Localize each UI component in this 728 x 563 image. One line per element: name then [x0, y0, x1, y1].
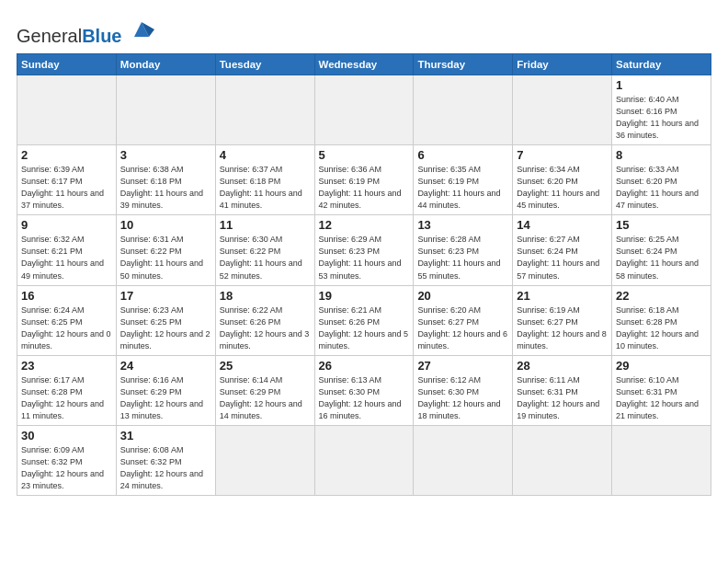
calendar-cell: 4Sunrise: 6:37 AM Sunset: 6:18 PM Daylig…	[215, 145, 314, 215]
calendar-header-row: SundayMondayTuesdayWednesdayThursdayFrid…	[17, 54, 711, 75]
day-number: 1	[616, 78, 707, 92]
day-info: Sunrise: 6:34 AM Sunset: 6:20 PM Dayligh…	[517, 164, 608, 212]
day-info: Sunrise: 6:09 AM Sunset: 6:32 PM Dayligh…	[21, 444, 112, 492]
day-number: 15	[616, 218, 707, 232]
day-info: Sunrise: 6:11 AM Sunset: 6:31 PM Dayligh…	[517, 374, 608, 422]
day-header-wednesday: Wednesday	[314, 54, 414, 75]
day-info: Sunrise: 6:29 AM Sunset: 6:23 PM Dayligh…	[319, 234, 410, 282]
day-number: 22	[616, 289, 707, 303]
day-info: Sunrise: 6:17 AM Sunset: 6:28 PM Dayligh…	[21, 374, 112, 422]
day-info: Sunrise: 6:25 AM Sunset: 6:24 PM Dayligh…	[616, 234, 707, 282]
calendar-cell	[215, 425, 314, 495]
calendar-cell: 30Sunrise: 6:09 AM Sunset: 6:32 PM Dayli…	[17, 425, 117, 495]
day-info: Sunrise: 6:10 AM Sunset: 6:31 PM Dayligh…	[616, 374, 707, 422]
calendar-cell: 10Sunrise: 6:31 AM Sunset: 6:22 PM Dayli…	[116, 215, 215, 285]
day-number: 27	[417, 359, 508, 373]
day-number: 18	[220, 289, 311, 303]
day-info: Sunrise: 6:35 AM Sunset: 6:19 PM Dayligh…	[417, 164, 508, 212]
day-number: 4	[220, 148, 311, 162]
day-number: 13	[417, 218, 508, 232]
day-info: Sunrise: 6:39 AM Sunset: 6:17 PM Dayligh…	[21, 164, 112, 212]
day-info: Sunrise: 6:37 AM Sunset: 6:18 PM Dayligh…	[220, 164, 311, 212]
calendar-cell: 12Sunrise: 6:29 AM Sunset: 6:23 PM Dayli…	[314, 215, 414, 285]
day-info: Sunrise: 6:18 AM Sunset: 6:28 PM Dayligh…	[616, 304, 707, 352]
day-info: Sunrise: 6:08 AM Sunset: 6:32 PM Dayligh…	[120, 444, 211, 492]
logo-text: GeneralBlue	[17, 26, 127, 46]
day-info: Sunrise: 6:20 AM Sunset: 6:27 PM Dayligh…	[417, 304, 508, 352]
calendar-cell	[314, 75, 414, 145]
day-number: 30	[21, 429, 112, 442]
day-info: Sunrise: 6:22 AM Sunset: 6:26 PM Dayligh…	[220, 304, 311, 352]
logo: GeneralBlue	[17, 17, 154, 46]
calendar-cell	[116, 75, 215, 145]
calendar-cell: 18Sunrise: 6:22 AM Sunset: 6:26 PM Dayli…	[215, 285, 314, 355]
calendar-cell: 1Sunrise: 6:40 AM Sunset: 6:16 PM Daylig…	[612, 75, 711, 145]
calendar-cell: 11Sunrise: 6:30 AM Sunset: 6:22 PM Dayli…	[215, 215, 314, 285]
day-number: 12	[319, 218, 410, 232]
day-header-sunday: Sunday	[17, 54, 117, 75]
day-number: 16	[21, 289, 112, 303]
calendar-cell	[414, 425, 513, 495]
logo-icon	[129, 17, 154, 42]
calendar-cell	[314, 425, 414, 495]
day-number: 14	[517, 218, 608, 232]
day-info: Sunrise: 6:19 AM Sunset: 6:27 PM Dayligh…	[517, 304, 608, 352]
day-number: 11	[220, 218, 311, 232]
day-info: Sunrise: 6:16 AM Sunset: 6:29 PM Dayligh…	[120, 374, 211, 422]
day-number: 20	[417, 289, 508, 303]
day-header-tuesday: Tuesday	[215, 54, 314, 75]
calendar-cell: 25Sunrise: 6:14 AM Sunset: 6:29 PM Dayli…	[215, 355, 314, 425]
day-info: Sunrise: 6:32 AM Sunset: 6:21 PM Dayligh…	[21, 234, 112, 282]
calendar-cell: 29Sunrise: 6:10 AM Sunset: 6:31 PM Dayli…	[612, 355, 711, 425]
calendar-cell: 16Sunrise: 6:24 AM Sunset: 6:25 PM Dayli…	[17, 285, 117, 355]
day-number: 17	[120, 289, 211, 303]
header: GeneralBlue	[17, 17, 711, 46]
calendar-cell: 6Sunrise: 6:35 AM Sunset: 6:19 PM Daylig…	[414, 145, 513, 215]
calendar-cell: 28Sunrise: 6:11 AM Sunset: 6:31 PM Dayli…	[513, 355, 612, 425]
calendar-cell: 26Sunrise: 6:13 AM Sunset: 6:30 PM Dayli…	[314, 355, 414, 425]
calendar-cell: 20Sunrise: 6:20 AM Sunset: 6:27 PM Dayli…	[414, 285, 513, 355]
day-info: Sunrise: 6:31 AM Sunset: 6:22 PM Dayligh…	[120, 234, 211, 282]
day-number: 28	[517, 359, 608, 373]
day-info: Sunrise: 6:30 AM Sunset: 6:22 PM Dayligh…	[220, 234, 311, 282]
day-header-thursday: Thursday	[414, 54, 513, 75]
calendar: SundayMondayTuesdayWednesdayThursdayFrid…	[17, 53, 711, 496]
calendar-cell: 2Sunrise: 6:39 AM Sunset: 6:17 PM Daylig…	[17, 145, 117, 215]
day-number: 10	[120, 218, 211, 232]
calendar-cell	[17, 75, 117, 145]
day-info: Sunrise: 6:36 AM Sunset: 6:19 PM Dayligh…	[319, 164, 410, 212]
calendar-cell: 31Sunrise: 6:08 AM Sunset: 6:32 PM Dayli…	[116, 425, 215, 495]
calendar-cell: 17Sunrise: 6:23 AM Sunset: 6:25 PM Dayli…	[116, 285, 215, 355]
day-info: Sunrise: 6:33 AM Sunset: 6:20 PM Dayligh…	[616, 164, 707, 212]
calendar-cell: 23Sunrise: 6:17 AM Sunset: 6:28 PM Dayli…	[17, 355, 117, 425]
day-number: 5	[319, 148, 410, 162]
day-number: 31	[120, 429, 211, 442]
day-info: Sunrise: 6:40 AM Sunset: 6:16 PM Dayligh…	[616, 94, 707, 142]
day-info: Sunrise: 6:27 AM Sunset: 6:24 PM Dayligh…	[517, 234, 608, 282]
calendar-week-row: 9Sunrise: 6:32 AM Sunset: 6:21 PM Daylig…	[17, 215, 711, 285]
day-number: 2	[21, 148, 112, 162]
day-number: 29	[616, 359, 707, 373]
calendar-cell	[513, 425, 612, 495]
calendar-cell	[513, 75, 612, 145]
day-info: Sunrise: 6:24 AM Sunset: 6:25 PM Dayligh…	[21, 304, 112, 352]
calendar-week-row: 30Sunrise: 6:09 AM Sunset: 6:32 PM Dayli…	[17, 425, 711, 495]
day-info: Sunrise: 6:23 AM Sunset: 6:25 PM Dayligh…	[120, 304, 211, 352]
calendar-cell: 14Sunrise: 6:27 AM Sunset: 6:24 PM Dayli…	[513, 215, 612, 285]
calendar-cell: 27Sunrise: 6:12 AM Sunset: 6:30 PM Dayli…	[414, 355, 513, 425]
day-header-monday: Monday	[116, 54, 215, 75]
calendar-cell: 19Sunrise: 6:21 AM Sunset: 6:26 PM Dayli…	[314, 285, 414, 355]
day-number: 21	[517, 289, 608, 303]
day-number: 9	[21, 218, 112, 232]
day-number: 7	[517, 148, 608, 162]
calendar-cell: 9Sunrise: 6:32 AM Sunset: 6:21 PM Daylig…	[17, 215, 117, 285]
day-info: Sunrise: 6:28 AM Sunset: 6:23 PM Dayligh…	[417, 234, 508, 282]
day-number: 19	[319, 289, 410, 303]
day-info: Sunrise: 6:14 AM Sunset: 6:29 PM Dayligh…	[220, 374, 311, 422]
day-info: Sunrise: 6:13 AM Sunset: 6:30 PM Dayligh…	[319, 374, 410, 422]
day-number: 24	[120, 359, 211, 373]
calendar-cell: 13Sunrise: 6:28 AM Sunset: 6:23 PM Dayli…	[414, 215, 513, 285]
calendar-week-row: 16Sunrise: 6:24 AM Sunset: 6:25 PM Dayli…	[17, 285, 711, 355]
calendar-cell: 8Sunrise: 6:33 AM Sunset: 6:20 PM Daylig…	[612, 145, 711, 215]
day-header-friday: Friday	[513, 54, 612, 75]
